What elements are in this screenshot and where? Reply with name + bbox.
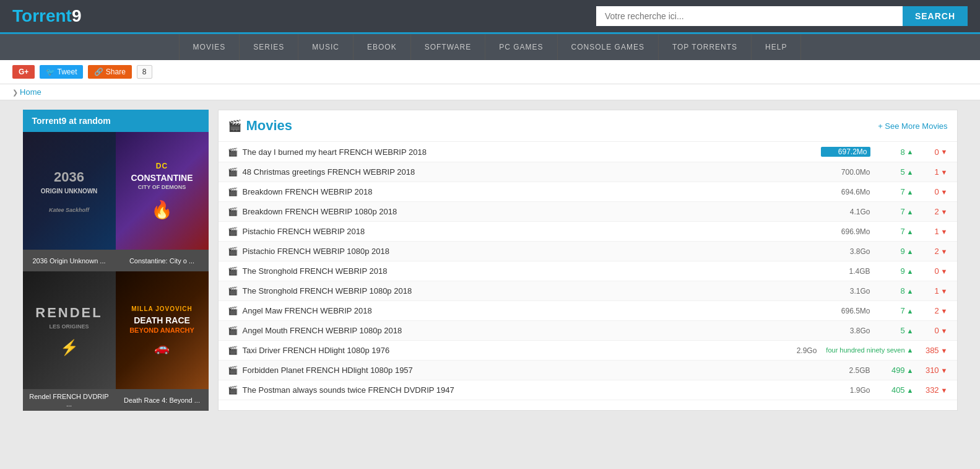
row-title: Taxi Driver FRENCH HDlight 1080p 1976 — [243, 346, 768, 355]
row-size: 3.8Go — [821, 247, 870, 256]
seed-count: four hundred ninety seven ▲ — [826, 346, 913, 354]
seed-count: 8 ▲ — [880, 286, 914, 296]
row-size: 3.1Go — [821, 287, 870, 296]
movie-row-9[interactable]: 🎬 Angel Maw FRENCH WEBRIP 2018 696.5Mo 7… — [219, 301, 957, 321]
seed-count: 7 ▲ — [880, 187, 914, 196]
seed-count: 8 ▲ — [880, 147, 914, 157]
movie-row-1[interactable]: 🎬 The day I burned my heart FRENCH WEBRI… — [219, 142, 957, 162]
row-movie-icon: 🎬 — [228, 306, 238, 315]
tweet-button[interactable]: 🐦 Tweet — [40, 65, 83, 79]
row-movie-icon: 🎬 — [228, 187, 238, 196]
movie-row-10[interactable]: 🎬 Angel Mouth FRENCH WEBRIP 1080p 2018 3… — [219, 321, 957, 341]
movie-row-2[interactable]: 🎬 48 Christmas greetings FRENCH WEBRIP 2… — [219, 162, 957, 182]
breadcrumb: Home — [0, 84, 980, 100]
nav-pc-games[interactable]: PC GAMES — [485, 34, 557, 60]
logo-suffix: 9 — [72, 6, 82, 25]
row-size: 696.9Mo — [821, 227, 870, 236]
row-title: Pistachio FRENCH WEBRIP 1080p 2018 — [243, 247, 821, 256]
row-size: 694.6Mo — [821, 188, 870, 196]
row-movie-icon: 🎬 — [228, 326, 238, 335]
header: Torrent9 SEARCH — [0, 0, 980, 34]
row-size: 2.9Go — [767, 346, 817, 355]
sidebar-movie-2[interactable]: DC CONSTANTINE CITY OF DEMONS 🔥 Constant… — [116, 132, 209, 271]
leech-count: 2 ▼ — [914, 306, 948, 315]
row-title: The day I burned my heart FRENCH WEBRIP … — [243, 147, 821, 157]
seed-count: 5 ▲ — [880, 326, 914, 335]
nav-movies[interactable]: MOVIES — [179, 34, 240, 60]
leech-count: 0 ▼ — [914, 266, 948, 276]
sidebar-title: Torrent9 at random — [23, 110, 209, 132]
movies-list: 🎬 The day I burned my heart FRENCH WEBRI… — [219, 142, 957, 400]
section-title: Movies — [246, 118, 293, 134]
row-title: Breakdown FRENCH WEBRIP 2018 — [243, 187, 821, 196]
search-input[interactable] — [596, 6, 903, 26]
nav-software[interactable]: SOFTWARE — [411, 34, 486, 60]
sidebar-movie-4[interactable]: MILLA JOVOVICH DEATH RACE BEYOND ANARCHY… — [116, 271, 209, 411]
nav-ebook[interactable]: EBOOK — [353, 34, 411, 60]
nav-console-games[interactable]: CONSOLE GAMES — [558, 34, 659, 60]
seed-count: 9 ▲ — [880, 247, 914, 256]
row-size: 4.1Go — [821, 208, 870, 216]
main-navigation: MOVIES SERIES MUSIC EBOOK SOFTWARE PC GA… — [0, 34, 980, 60]
share-count: 8 — [137, 65, 152, 79]
leech-count: 0 ▼ — [914, 147, 948, 157]
nav-top-torrents[interactable]: TOP TORRENTS — [659, 34, 752, 60]
movie-row-3[interactable]: 🎬 Breakdown FRENCH WEBRIP 2018 694.6Mo 7… — [219, 182, 957, 202]
row-movie-icon: 🎬 — [228, 147, 238, 157]
leech-count: 1 ▼ — [914, 286, 948, 296]
sidebar-movie-1[interactable]: 2036 ORIGIN UNKNOWN Katee Sackhoff 2036 … — [23, 132, 116, 271]
leech-count: 0 ▼ — [914, 187, 948, 196]
leech-count: 332 ▼ — [914, 385, 948, 395]
nav-music[interactable]: MUSIC — [298, 34, 353, 60]
sidebar-movie-3[interactable]: RENDEL LES ORIGINES ⚡ Rendel FRENCH DVDR… — [23, 271, 116, 411]
row-title: Breakdown FRENCH WEBRIP 1080p 2018 — [243, 207, 821, 216]
nav-series[interactable]: SERIES — [240, 34, 298, 60]
google-plus-button[interactable]: G+ — [12, 65, 35, 79]
sidebar-movie-4-label: Death Race 4: Beyond ... — [116, 389, 209, 411]
see-more-link[interactable]: See More Movies — [878, 121, 947, 131]
movie-row-6[interactable]: 🎬 Pistachio FRENCH WEBRIP 1080p 2018 3.8… — [219, 242, 957, 261]
row-movie-icon: 🎬 — [228, 385, 238, 395]
row-movie-icon: 🎬 — [228, 286, 238, 296]
nav-help[interactable]: HELP — [752, 34, 801, 60]
row-movie-icon: 🎬 — [228, 167, 238, 177]
row-title: Angel Maw FRENCH WEBRIP 2018 — [243, 306, 821, 315]
row-title: Angel Mouth FRENCH WEBRIP 1080p 2018 — [243, 326, 821, 335]
row-title: The Stronghold FRENCH WEBRIP 2018 — [243, 266, 821, 276]
movie-row-11[interactable]: 🎬 Taxi Driver FRENCH HDlight 1080p 1976 … — [219, 341, 957, 361]
row-title: The Postman always sounds twice FRENCH D… — [243, 385, 821, 395]
row-movie-icon: 🎬 — [228, 207, 238, 216]
share-button[interactable]: 🔗 Share — [88, 65, 131, 79]
row-movie-icon: 🎬 — [228, 346, 238, 355]
row-title: Pistachio FRENCH WEBRIP 2018 — [243, 227, 821, 236]
seed-count: 7 ▲ — [880, 227, 914, 236]
section-header: 🎬 Movies See More Movies — [219, 110, 957, 142]
movie-row-8[interactable]: 🎬 The Stronghold FRENCH WEBRIP 1080p 201… — [219, 281, 957, 301]
row-size: 700.0Mo — [821, 168, 870, 177]
row-movie-icon: 🎬 — [228, 247, 238, 256]
seed-count: 499 ▲ — [880, 366, 914, 375]
leech-count: 1 ▼ — [914, 167, 948, 177]
sidebar-movies-grid: 2036 ORIGIN UNKNOWN Katee Sackhoff 2036 … — [23, 132, 209, 411]
breadcrumb-home[interactable]: Home — [12, 87, 41, 97]
movie-row-7[interactable]: 🎬 The Stronghold FRENCH WEBRIP 2018 1.4G… — [219, 261, 957, 281]
seed-count: 7 ▲ — [880, 306, 914, 315]
movie-row-4[interactable]: 🎬 Breakdown FRENCH WEBRIP 1080p 2018 4.1… — [219, 202, 957, 222]
movie-row-5[interactable]: 🎬 Pistachio FRENCH WEBRIP 2018 696.9Mo 7… — [219, 222, 957, 242]
sidebar-movie-2-label: Constantine: City o ... — [116, 250, 209, 271]
row-title: The Stronghold FRENCH WEBRIP 1080p 2018 — [243, 286, 821, 296]
movie-row-13[interactable]: 🎬 The Postman always sounds twice FRENCH… — [219, 380, 957, 400]
leech-count: 2 ▼ — [914, 247, 948, 256]
search-button[interactable]: SEARCH — [903, 6, 968, 26]
movie-row-12[interactable]: 🎬 Forbidden Planet FRENCH HDlight 1080p … — [219, 361, 957, 380]
row-movie-icon: 🎬 — [228, 227, 238, 236]
row-title: 48 Christmas greetings FRENCH WEBRIP 201… — [243, 167, 821, 177]
site-logo[interactable]: Torrent9 — [12, 6, 82, 26]
leech-count: 385 ▼ — [914, 346, 948, 355]
row-size: 2.5GB — [821, 366, 870, 375]
row-size: 697.2Mo — [821, 147, 870, 157]
seed-count: 5 ▲ — [880, 167, 914, 177]
movies-icon: 🎬 — [228, 119, 241, 133]
leech-count: 310 ▼ — [914, 366, 948, 375]
row-size: 1.9Go — [821, 386, 870, 395]
